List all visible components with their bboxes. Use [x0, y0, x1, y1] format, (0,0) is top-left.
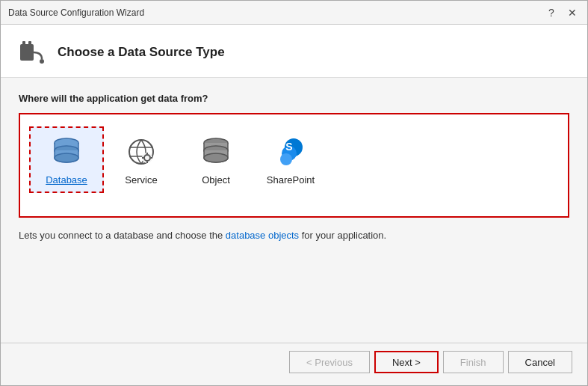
svg-text:S: S: [285, 141, 292, 153]
datasource-label-object: Object: [202, 174, 230, 186]
svg-point-21: [280, 153, 292, 165]
close-button[interactable]: ✕: [565, 5, 580, 20]
sharepoint-icon: S: [273, 134, 309, 170]
datasource-item-object[interactable]: Object: [179, 126, 253, 193]
datasource-label-sharepoint: SharePoint: [267, 174, 315, 186]
wizard-header-title: Choose a Data Source Type: [58, 45, 225, 60]
datasource-items: Database: [29, 126, 559, 193]
object-icon: [198, 134, 234, 170]
finish-button[interactable]: Finish: [443, 351, 504, 373]
datasource-label-service: Service: [125, 174, 157, 186]
previous-button[interactable]: < Previous: [289, 351, 370, 373]
svg-rect-1: [22, 41, 25, 47]
question-label: Where will the application get data from…: [19, 93, 569, 104]
svg-rect-2: [28, 41, 31, 47]
datasource-item-service[interactable]: Service: [104, 126, 179, 193]
svg-point-6: [55, 153, 78, 162]
wizard-window: Data Source Configuration Wizard ? ✕ Cho…: [0, 0, 588, 386]
datasource-label-database: Database: [46, 174, 87, 186]
title-bar-controls: ? ✕: [544, 5, 580, 20]
header-section: Choose a Data Source Type: [1, 25, 587, 78]
svg-rect-0: [20, 44, 34, 61]
svg-point-3: [40, 59, 44, 64]
datasource-item-database[interactable]: Database: [29, 126, 104, 193]
service-icon: [123, 134, 159, 170]
svg-point-18: [204, 153, 228, 162]
datasource-selection-box: Database: [19, 113, 569, 218]
title-bar: Data Source Configuration Wizard ? ✕: [1, 1, 587, 25]
database-icon: [49, 134, 84, 170]
help-button[interactable]: ?: [544, 5, 559, 20]
datasource-item-sharepoint[interactable]: S SharePoint: [253, 126, 328, 193]
footer: < Previous Next > Finish Cancel: [1, 343, 587, 385]
next-button[interactable]: Next >: [374, 351, 439, 373]
cancel-button[interactable]: Cancel: [508, 351, 572, 373]
description-text: Lets you connect to a database and choos…: [19, 230, 569, 241]
main-body: Where will the application get data from…: [1, 78, 587, 343]
wizard-header-icon: [16, 37, 47, 68]
window-title: Data Source Configuration Wizard: [8, 7, 144, 18]
description-highlight: database objects: [226, 230, 299, 241]
